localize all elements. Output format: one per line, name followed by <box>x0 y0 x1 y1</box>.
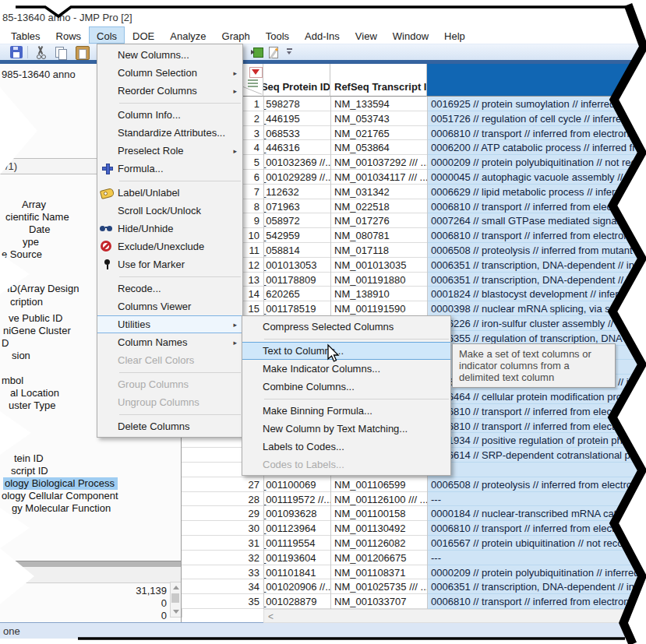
cell-protein[interactable]: NP_001100069 <box>263 477 330 492</box>
cols-menu-item-hide-unhide[interactable]: Hide/Unhide <box>97 220 242 238</box>
cell-protein[interactable]: NP_001028879 <box>263 594 330 609</box>
cell-protein[interactable]: NP_001178519 <box>263 301 330 316</box>
utilities-submenu-item-make-binning-formula[interactable]: Make Binning Formula... <box>242 402 450 420</box>
menubar-item-add-ins[interactable]: Add-Ins <box>297 26 348 44</box>
cell-transcript[interactable]: NM_138910 <box>330 287 427 301</box>
sidebar-column-item-script-id[interactable]: script ID <box>11 465 48 477</box>
cell-protein[interactable]: NP_001123964 <box>263 521 330 536</box>
cell-go[interactable]: 0006508 // proteolysis // inferred from … <box>427 477 646 492</box>
cols-menu-item-column-selection[interactable]: Column Selection▸ <box>97 64 242 82</box>
cell-transcript[interactable]: NM_001100158 <box>330 506 427 521</box>
cell-protein[interactable]: NP_001178809 <box>263 273 330 287</box>
cell-transcript[interactable]: NM_021765 <box>330 126 427 141</box>
utilities-submenu-item-labels-to-codes[interactable]: Labels to Codes... <box>242 438 450 456</box>
cell-transcript[interactable]: NM_001130492 <box>330 521 427 536</box>
cell-go[interactable]: 0006508 // proteolysis // inferred from … <box>427 243 646 258</box>
cols-menu-item-standardize-attributes[interactable]: Standardize Attributes... <box>97 124 242 142</box>
cell-protein[interactable]: NP_001032369 //... <box>263 155 330 170</box>
overflow-chevron-icon[interactable] <box>287 48 293 56</box>
cell-protein[interactable]: NP_001119554 <box>263 536 330 551</box>
cell-transcript[interactable]: NM_022518 <box>330 199 427 214</box>
sidebar-column-item-cientific-name[interactable]: cientific Name <box>5 211 69 223</box>
cell-protein[interactable]: NP_071963 <box>263 199 330 214</box>
cell-transcript[interactable]: NM_001034117 /// ... <box>330 170 427 185</box>
cell-protein[interactable]: NP_446316 <box>263 140 330 155</box>
row-number[interactable]: 27 <box>182 477 263 492</box>
cell-transcript[interactable]: NM_031342 <box>330 185 427 199</box>
cell-transcript[interactable]: NM_001037292 /// ... <box>330 155 427 170</box>
menubar-item-tables[interactable]: Tables <box>3 26 48 44</box>
cell-go[interactable]: 0006351 // transcription, DNA-dependent … <box>427 273 646 287</box>
cell-protein[interactable]: NP_001029289 //... <box>263 170 330 185</box>
cell-go[interactable]: 0006810 // transport // inferred from el… <box>427 521 646 536</box>
sidebar-column-item-e-source[interactable]: e Source <box>2 248 42 260</box>
cell-protein[interactable]: NP_001193604 <box>263 551 330 565</box>
cell-go[interactable]: 0000045 // autophagic vacuole assembly /… <box>427 170 646 185</box>
cell-go[interactable]: 0006200 // ATP catabolic process // infe… <box>427 140 646 155</box>
cols-menu-item-utilities[interactable]: Utilities▸ <box>97 315 242 333</box>
cell-protein[interactable]: NP_058814 <box>263 243 330 258</box>
cols-menu-item-new-columns[interactable]: New Columns... <box>97 46 242 64</box>
cell-protein[interactable]: NP_542959 <box>263 228 330 243</box>
cell-go[interactable]: 0016925 // protein sumoylation // inferr… <box>427 97 646 111</box>
sidebar-column-item-sion[interactable]: sion <box>12 350 30 361</box>
cell-transcript[interactable]: NM_017118 <box>330 243 427 258</box>
menubar-item-window[interactable]: Window <box>385 26 436 44</box>
cols-menu-item-preselect-role[interactable]: Preselect Role▸ <box>97 142 242 160</box>
cols-menu-item-columns-viewer[interactable]: Columns Viewer <box>97 297 242 315</box>
cell-transcript[interactable]: NM_001191590 <box>330 301 427 316</box>
cell-go[interactable]: 0000209 // protein polyubiquitination //… <box>427 565 646 580</box>
cell-protein[interactable]: NP_620265 <box>263 287 330 301</box>
cell-go[interactable]: 0001824 // blastocyst development // inf… <box>427 287 646 301</box>
utilities-submenu-item-new-column-by-text-matching[interactable]: New Column by Text Matching... <box>242 420 450 438</box>
row-number[interactable]: 32 <box>182 551 263 565</box>
cell-go[interactable]: 0016226 // iron-sulfur cluster assembly … <box>427 316 646 331</box>
scroll-down-icon[interactable] <box>173 610 179 614</box>
row-number[interactable]: 31 <box>182 536 263 551</box>
cell-go[interactable]: 0006810 // transport // inferred from el… <box>427 594 646 609</box>
cell-transcript[interactable]: NM_001126100 /// ... <box>330 492 427 507</box>
edit-script-icon[interactable] <box>269 46 281 58</box>
rows-panel-header[interactable] <box>0 567 181 583</box>
cell-protein[interactable]: NP_001020906 //... <box>263 579 330 594</box>
cell-go[interactable]: 0006629 // lipid metabolic process // in… <box>427 185 646 199</box>
cell-go[interactable]: 0007264 // small GTPase mediated signal … <box>427 213 646 228</box>
cell-go[interactable]: 0000398 // nuclear mRNA splicing, via sp… <box>427 301 646 316</box>
cell-go[interactable]: 0006351 // transcription, DNA-dependent … <box>427 579 646 594</box>
cols-menu-item-reorder-columns[interactable]: Reorder Columns▸ <box>97 82 242 100</box>
cell-go[interactable]: 0006810 // transport // inferred from el… <box>427 199 646 214</box>
cols-menu-item-delete-columns[interactable]: Delete Columns <box>97 417 242 435</box>
sidebar-column-item-al-location[interactable]: al Location <box>10 387 59 399</box>
cols-menu-item-scroll-lock-unlock[interactable]: Scroll Lock/Unlock <box>97 202 242 220</box>
scrollbar-thumb[interactable] <box>171 593 179 603</box>
cell-go[interactable]: 0051726 // regulation of cell cycle // i… <box>427 111 646 126</box>
scroll-up-icon[interactable] <box>173 586 179 589</box>
cell-protein[interactable]: NP_001013053 <box>263 258 330 273</box>
cell-transcript[interactable]: NM_001106599 <box>330 477 427 492</box>
utilities-submenu-item-text-to-columns[interactable]: Text to Columns... <box>242 342 450 360</box>
paste-icon[interactable] <box>76 46 90 60</box>
cell-protein[interactable]: NP_068533 <box>263 126 330 141</box>
cell-go[interactable]: 0001934 // positive regulation of protei… <box>427 433 646 448</box>
table-name[interactable]: 985-13640 anno <box>2 69 76 80</box>
cell-transcript[interactable]: NM_001108371 <box>330 565 427 580</box>
row-number[interactable]: 33 <box>182 565 263 580</box>
sidebar-column-item-tein-id[interactable]: tein ID <box>14 452 44 464</box>
cell-go[interactable]: 0006810 // transport // inferred from el… <box>427 404 646 419</box>
cell-transcript[interactable]: NM_133594 <box>330 97 427 111</box>
menubar-item-tools[interactable]: Tools <box>258 26 297 44</box>
menubar-item-view[interactable]: View <box>348 26 385 44</box>
cell-go[interactable]: --- <box>427 551 646 565</box>
sidebar-column-item-ype[interactable]: ype <box>23 236 39 248</box>
menubar-item-rows[interactable]: Rows <box>48 26 90 44</box>
sidebar-column-item-ology-biological-process[interactable]: ology Biological Process <box>3 477 118 490</box>
utilities-submenu-item-combine-columns[interactable]: Combine Columns... <box>242 378 450 396</box>
row-number[interactable]: 35 <box>182 594 263 609</box>
horizontal-scrollbar[interactable]: < <box>263 609 646 623</box>
utilities-submenu-item-make-indicator-columns[interactable]: Make Indicator Columns... <box>242 360 450 378</box>
cell-go[interactable]: --- <box>427 492 646 507</box>
menubar-item-cols[interactable]: Cols <box>89 26 125 44</box>
sidebar-column-item-id-array-design[interactable]: ID(Array Design <box>7 283 79 294</box>
import-data-icon[interactable] <box>251 46 263 58</box>
sidebar-column-item-ology-cellular-component[interactable]: ology Cellular Component <box>2 490 118 501</box>
